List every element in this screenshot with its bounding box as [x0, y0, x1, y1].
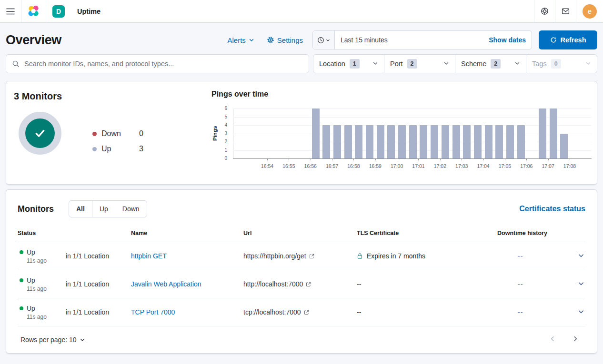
filter-port[interactable]: Port 2	[384, 55, 455, 73]
monitor-name-link[interactable]: httpbin GET	[131, 252, 243, 260]
expand-row-button[interactable]	[577, 278, 585, 290]
ping-bar	[474, 125, 482, 158]
menu-button[interactable]	[0, 0, 21, 22]
x-axis-labels: 16:5416:5516:5616:5716:5816:5917:0017:01…	[233, 163, 591, 170]
refresh-button[interactable]: Refresh	[539, 30, 597, 49]
url-cell: http://localhost:7000	[243, 280, 357, 288]
monitor-name-link[interactable]: Javalin Web Application	[131, 280, 243, 288]
refresh-icon	[550, 37, 557, 43]
x-tick-label: 17:05	[493, 163, 516, 169]
chevron-down-icon	[514, 60, 520, 68]
newsfeed-button[interactable]	[555, 0, 576, 22]
monitor-name-link[interactable]: TCP Port 7000	[131, 308, 243, 316]
monitor-count-title: 3 Monitors	[14, 91, 62, 102]
last-check-time: 11s ago	[27, 285, 66, 292]
chevron-left-icon	[549, 335, 556, 342]
date-range-value[interactable]: Last 15 minutes	[335, 36, 483, 44]
elastic-logo-icon	[28, 5, 40, 17]
ping-bar	[366, 125, 373, 158]
chevron-down-icon	[578, 308, 584, 315]
x-tick-label: 16:58	[342, 163, 365, 169]
filter-label: Location	[319, 60, 345, 68]
help-button[interactable]	[534, 0, 555, 22]
x-tick-mark	[570, 158, 570, 160]
page-toolbar: Overview Alerts Settings	[0, 23, 603, 49]
col-downtime: Downtime history	[497, 230, 585, 236]
filter-scheme[interactable]: Scheme 2	[455, 55, 526, 73]
ping-bar	[333, 125, 341, 158]
pings-over-time-chart	[233, 108, 591, 158]
col-name: Name	[131, 230, 243, 236]
gear-icon	[267, 36, 274, 44]
previous-page-button[interactable]	[548, 334, 557, 344]
alerts-dropdown[interactable]: Alerts	[224, 34, 257, 46]
y-axis-ticks: 0123456	[216, 108, 231, 158]
all-up-badge	[25, 118, 55, 148]
user-avatar: e	[583, 4, 597, 19]
tab-up[interactable]: Up	[92, 201, 115, 217]
next-page-button[interactable]	[571, 334, 580, 344]
certificates-status-link[interactable]: Certificates status	[519, 205, 585, 213]
filter-group: Location 1 Port 2 Scheme 2 Tags 0	[313, 54, 597, 73]
filter-tags[interactable]: Tags 0	[526, 55, 597, 73]
expand-row-button[interactable]	[577, 250, 585, 262]
filter-label: Port	[390, 60, 403, 68]
x-tick-mark	[548, 158, 549, 160]
y-tick-label: 0	[224, 156, 227, 161]
elastic-home-button[interactable]	[21, 0, 46, 22]
external-link-icon[interactable]	[304, 310, 309, 315]
filter-count-badge: 1	[350, 59, 360, 69]
downtime-cell: --	[497, 280, 569, 288]
chart-title: Pings over time	[211, 90, 268, 98]
x-tick-mark	[526, 158, 527, 160]
date-picker: Last 15 minutes Show dates	[312, 30, 532, 49]
location-cell: in 1/1 Location	[66, 308, 131, 316]
clock-icon	[317, 37, 324, 44]
x-tick-label: 16:59	[364, 163, 387, 169]
status-up-icon	[20, 306, 23, 310]
external-link-icon[interactable]	[306, 282, 311, 287]
refresh-label: Refresh	[561, 36, 586, 44]
tab-down[interactable]: Down	[115, 201, 147, 217]
ping-bar	[322, 125, 330, 158]
search-input[interactable]	[6, 59, 309, 68]
y-tick-label: 5	[224, 115, 227, 119]
tls-cell: --	[357, 308, 497, 316]
ping-bar	[452, 125, 460, 158]
url-cell: tcp://localhost:7000	[243, 308, 357, 316]
filter-location[interactable]: Location 1	[313, 55, 384, 73]
ping-bar	[550, 108, 557, 158]
chevron-down-icon	[578, 252, 584, 259]
chevron-right-icon	[572, 335, 579, 342]
settings-button[interactable]: Settings	[264, 34, 306, 46]
external-link-icon[interactable]	[309, 254, 314, 259]
x-tick-mark	[375, 158, 376, 160]
chevron-down-icon	[249, 37, 254, 43]
check-icon	[32, 126, 48, 141]
rows-per-page-button[interactable]: Rows per page: 10	[18, 335, 88, 344]
tls-text: Expires in 7 months	[367, 252, 425, 260]
x-tick-mark	[311, 158, 311, 160]
x-tick-mark	[483, 158, 484, 160]
x-tick-label: 17:02	[429, 163, 452, 169]
legend-label: Up	[101, 145, 139, 153]
col-tls: TLS Certificate	[357, 230, 497, 236]
settings-label: Settings	[277, 36, 303, 44]
ping-bar	[442, 125, 449, 158]
expand-row-button[interactable]	[577, 306, 585, 318]
monitors-panel: Monitors All Up Down Certificates status…	[6, 189, 597, 354]
show-dates-button[interactable]: Show dates	[483, 36, 532, 44]
tab-all[interactable]: All	[69, 201, 92, 217]
quick-select-button[interactable]	[313, 31, 335, 49]
downtime-cell: --	[497, 308, 569, 316]
tls-cell: --	[357, 280, 497, 288]
help-icon	[541, 7, 549, 15]
user-menu-button[interactable]: e	[576, 0, 603, 22]
status-cell: Up 11s ago	[18, 305, 66, 320]
ping-bar	[495, 125, 503, 158]
monitors-title: Monitors	[18, 204, 54, 214]
space-avatar[interactable]: D	[52, 5, 65, 18]
pagination	[548, 334, 585, 344]
filter-bar: Location 1 Port 2 Scheme 2 Tags 0	[0, 49, 603, 73]
chevron-down-icon	[80, 337, 85, 343]
